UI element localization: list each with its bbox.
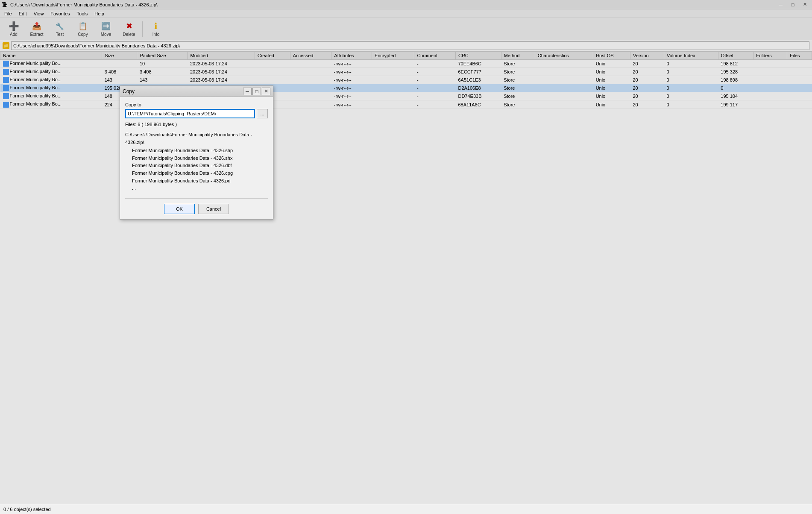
dialog-buttons: OK Cancel [125, 204, 268, 214]
dialog-maximize[interactable]: □ [252, 88, 261, 95]
browse-button[interactable]: ... [257, 109, 268, 118]
dialog-file-entries: Former Municipality Boundaries Data - 43… [125, 147, 268, 192]
dialog-file-entry: Former Municipality Boundaries Data - 43… [132, 162, 268, 170]
cancel-button[interactable]: Cancel [198, 204, 229, 214]
dialog-title: Copy [123, 88, 135, 94]
files-info: Files: 6 ( 198 961 bytes ) [125, 122, 268, 127]
path-root: C:\Users\ \Downloads\Former Municipality… [125, 131, 268, 146]
copy-path-input[interactable] [125, 109, 255, 118]
dialog-divider [125, 198, 268, 199]
dialog-title-bar: Copy ─ □ ✕ [120, 86, 273, 97]
copy-to-label: Copy to: [125, 102, 268, 107]
dialog-file-entry: Former Municipality Boundaries Data - 43… [132, 147, 268, 155]
dialog-minimize[interactable]: ─ [243, 88, 252, 95]
dialog-controls[interactable]: ─ □ ✕ [243, 88, 270, 95]
dialog-body: Copy to: ... Files: 6 ( 198 961 bytes ) … [120, 97, 273, 219]
dialog-file-entry: Former Municipality Boundaries Data - 43… [132, 155, 268, 162]
copy-dialog: Copy ─ □ ✕ Copy to: ... Files: 6 ( 198 9… [120, 85, 273, 220]
file-list: C:\Users\ \Downloads\Former Municipality… [125, 129, 268, 194]
status-bar: 0 / 6 object(s) selected [0, 504, 812, 514]
dialog-file-entry: Former Municipality Boundaries Data - 43… [132, 177, 268, 185]
dialog-file-entry: Former Municipality Boundaries Data - 43… [132, 170, 268, 177]
ok-button[interactable]: OK [164, 204, 195, 214]
dialog-path-row: ... [125, 109, 268, 118]
status-text: 0 / 6 object(s) selected [3, 507, 51, 512]
dialog-overlay: Copy ─ □ ✕ Copy to: ... Files: 6 ( 198 9… [0, 0, 812, 514]
dialog-file-entry: ... [132, 185, 268, 192]
dialog-close[interactable]: ✕ [262, 88, 270, 95]
